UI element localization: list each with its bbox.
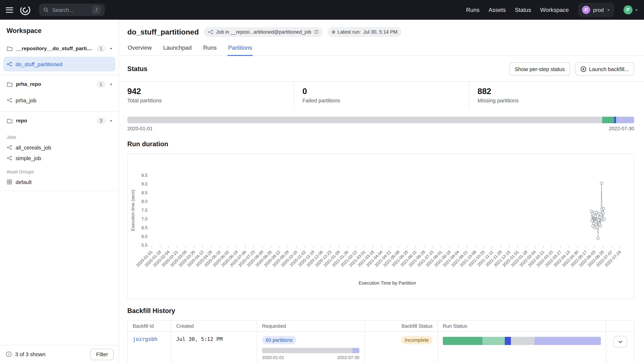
page-title: do_stuff_partitioned [127,28,199,36]
refresh-icon[interactable] [314,30,318,34]
requested-partitions-bar [262,348,360,353]
caret-down-icon[interactable] [108,118,114,124]
column-header-actions [606,320,634,332]
stat-failed-partitions: 0Failed partitions [294,82,469,108]
caret-down-icon[interactable] [108,46,114,51]
caret-down-icon [606,8,610,12]
folder-icon [7,118,13,124]
partition-bar-dates: 2020-01-01 2022-07-30 [127,126,634,132]
sidebar-item-prha-job[interactable]: prha_job [0,92,119,108]
chevron-down-icon [618,339,623,344]
search-input[interactable] [52,7,89,13]
nav-link-runs[interactable]: Runs [466,7,480,13]
run-duration-heading: Run duration [127,140,634,148]
bar-segment-succeeded-late [483,337,505,345]
sidebar-item-simple-job[interactable]: simple_job [0,153,119,163]
bar-segment-other [262,348,352,353]
sidebar-item-prha-repo[interactable]: prha_repo1 [0,76,119,92]
job-icon [7,61,12,67]
requested-partitions-badge[interactable]: 60 partitions [262,336,296,344]
asset-group-icon [7,179,12,185]
sidebar-section-asset-groups: Asset Groups [0,164,119,177]
svg-text:7.5: 7.5 [142,208,147,212]
run-status-bar [443,337,601,345]
tab-launchpad[interactable]: Launchpad [163,43,192,56]
sidebar-group: repo3Jobsall_cereals_jobsimple_jobAsset … [0,112,119,191]
svg-text:8.5: 8.5 [142,190,147,195]
item-count-badge: 1 [97,81,105,88]
nav-link-assets[interactable]: Assets [488,7,506,13]
sidebar-item-repo[interactable]: repo3 [0,112,119,129]
svg-text:6.5: 6.5 [142,225,147,230]
deployment-label: prod [593,7,604,13]
expand-row-button[interactable] [613,336,627,348]
item-count-badge: 3 [97,118,105,124]
backfill-table-header: Backfill IdCreatedRequestedBackfill Stat… [128,320,634,332]
top-navigation: / RunsAssetsStatusWorkspace P prod P [0,0,644,20]
sidebar-section-jobs: Jobs [0,129,119,142]
launch-backfill-button[interactable]: Launch backfill... [575,62,634,76]
backfill-id-link[interactable]: jozrgsbh [128,332,171,363]
backfill-history-section: Backfill History Backfill IdCreatedReque… [119,299,644,363]
menu-icon[interactable] [6,6,13,13]
latest-run-value[interactable]: Jul 30, 5:14 PM [363,29,397,35]
tab-runs[interactable]: Runs [203,43,217,56]
svg-text:Execution Time by Partition: Execution Time by Partition [359,280,416,286]
partition-start-date: 2020-01-01 [127,126,152,132]
deployment-switcher[interactable]: P prod [578,3,614,17]
bar-segment-queued [616,116,634,123]
main-content: do_stuff_partitioned Job in __reposi...a… [119,20,644,363]
partition-end-date: 2022-07-30 [609,126,634,132]
sidebar-item-repository-do-stuff-partitio[interactable]: __repository__do_stuff_partitio...1 [0,40,119,57]
stat-missing-partitions: 882Missing partitions [469,82,644,108]
requested-start-date: 2020-01-01 [262,355,284,360]
sidebar-item-all-cereals-job[interactable]: all_cereals_job [0,142,119,153]
run-duration-chart-box: 5.56.06.57.07.58.08.59.09.52020-01-01202… [127,154,634,299]
workspace-sidebar: Workspace __repository__do_stuff_partiti… [0,20,119,363]
sidebar-item-label: simple_job [16,155,114,161]
sidebar-group: __repository__do_stuff_partitio...1do_st… [0,40,119,75]
nav-link-workspace[interactable]: Workspace [540,7,569,13]
bar-segment-missing [127,116,602,123]
sidebar-item-do-stuff-partitioned[interactable]: do_stuff_partitioned [3,57,115,72]
search-box[interactable]: / [39,4,105,16]
plus-circle-icon [580,66,586,72]
partition-status-bar-section: 2020-01-01 2022-07-30 [119,108,644,132]
sidebar-item-label: prha_job [16,97,114,103]
partition-stats: 942Total partitions0Failed partitions882… [119,81,644,108]
caret-down-icon [635,8,638,12]
sidebar-item-label: __repository__do_stuff_partitio... [16,46,94,51]
stat-label: Failed partitions [302,97,461,104]
sidebar-group: prha_repo1prha_job [0,75,119,112]
job-origin-pill[interactable]: Job in __reposi...artitioned@partitioned… [204,27,322,37]
requested-bar-dates: 2020-01-01 2022-07-30 [262,355,360,360]
sidebar-item-label: do_stuff_partitioned [16,61,112,67]
caret-down-icon[interactable] [108,82,114,87]
tab-partitions[interactable]: Partitions [228,43,252,56]
latest-run-label: Latest run: [338,29,361,35]
user-menu[interactable]: P [624,6,638,14]
dagster-logo[interactable] [20,4,31,16]
folder-icon [7,81,13,87]
table-row: jozrgsbh Jul 30, 5:12 PM 60 partitions 2… [128,332,634,363]
tab-overview[interactable]: Overview [127,43,152,56]
partition-status-bar[interactable] [127,116,634,123]
requested-end-date: 2022-07-30 [337,355,360,360]
run-duration-section: Run duration 5.56.06.57.07.58.08.59.09.5… [119,132,644,299]
column-header-created: Created [171,320,257,332]
job-icon [7,144,12,150]
svg-text:6.0: 6.0 [142,234,147,239]
nav-link-status[interactable]: Status [515,7,531,13]
stat-total-partitions: 942Total partitions [119,82,294,108]
sidebar-item-default[interactable]: default [0,177,119,187]
filter-button[interactable]: Filter [90,348,114,360]
sidebar-item-label: all_cereals_job [16,144,114,150]
show-per-step-status-button[interactable]: Show per-step status [509,62,570,76]
item-count-badge: 1 [97,45,105,52]
bar-segment-success [602,116,614,123]
column-header-run-status: Run Status [438,320,606,332]
shown-count-label: 3 of 3 shown [15,351,45,357]
backfill-requested-cell: 60 partitions 2020-01-01 2022-07-30 [257,332,364,363]
status-section-header: Status Show per-step status Launch backf… [119,56,644,82]
latest-run-pill[interactable]: Latest run: Jul 30, 5:14 PM [328,27,402,37]
